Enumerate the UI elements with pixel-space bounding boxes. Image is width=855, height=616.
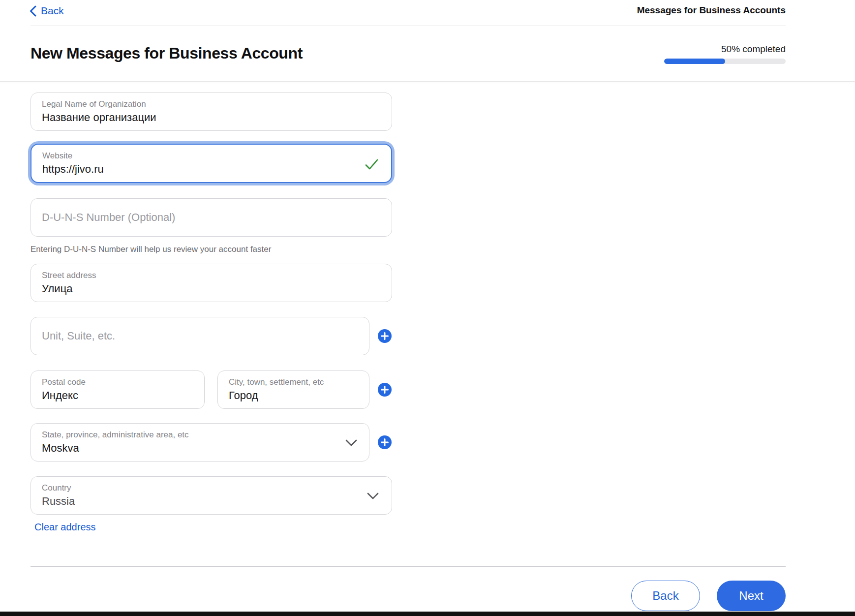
unit-row (31, 317, 392, 355)
duns-helper-text: Entering D-U-N-S Number will help us rev… (31, 245, 392, 254)
website-label: Website (42, 151, 381, 161)
plus-circle-icon (378, 443, 392, 451)
street-address-input[interactable] (42, 282, 355, 296)
city-input[interactable] (229, 389, 349, 402)
legal-name-input[interactable] (42, 111, 355, 124)
postal-city-row: Postal code City, town, settlement, etc (31, 370, 392, 409)
progress-label: 50% completed (721, 44, 786, 55)
legal-name-field[interactable]: Legal Name of Organization (31, 92, 392, 131)
header-divider (0, 81, 855, 82)
country-label: Country (42, 483, 382, 493)
duns-input[interactable] (42, 211, 355, 224)
chevron-down-icon (345, 439, 357, 446)
topbar-title: Messages for Business Accounts (637, 5, 786, 16)
postal-code-input[interactable] (42, 389, 182, 402)
state-row: State, province, administrative area, et… (31, 423, 392, 462)
postal-code-field[interactable]: Postal code (31, 370, 205, 409)
add-unit-button[interactable] (378, 329, 392, 343)
city-field[interactable]: City, town, settlement, etc (217, 370, 369, 409)
topbar-divider (31, 26, 786, 26)
city-label: City, town, settlement, etc (229, 377, 359, 387)
plus-circle-icon (378, 391, 392, 398)
back-link-label: Back (41, 5, 64, 17)
state-select[interactable]: State, province, administrative area, et… (31, 423, 369, 462)
country-input[interactable] (42, 494, 355, 508)
state-label: State, province, administrative area, et… (42, 430, 359, 440)
progress-bar-fill (664, 59, 725, 64)
add-state-button[interactable] (378, 435, 392, 449)
back-link[interactable]: Back (30, 5, 64, 17)
street-address-field[interactable]: Street address (31, 264, 392, 302)
checkmark-icon (365, 159, 378, 170)
duns-field[interactable] (31, 198, 392, 237)
footer-divider (31, 566, 786, 567)
back-button[interactable]: Back (631, 581, 700, 611)
next-button[interactable]: Next (717, 581, 786, 611)
unit-input[interactable] (42, 329, 334, 343)
website-field[interactable]: Website (31, 144, 392, 183)
legal-name-label: Legal Name of Organization (42, 99, 382, 109)
business-account-form: Legal Name of Organization Website Enter… (31, 92, 392, 533)
add-city-button[interactable] (378, 383, 392, 397)
plus-circle-icon (378, 337, 392, 344)
state-input[interactable] (42, 441, 334, 455)
postal-code-label: Postal code (42, 377, 194, 387)
website-input[interactable] (42, 162, 354, 176)
page-heading: New Messages for Business Account (31, 44, 303, 62)
progress-bar (664, 59, 786, 64)
bottom-edge-bar (0, 612, 855, 616)
street-address-label: Street address (42, 271, 382, 280)
unit-field[interactable] (31, 317, 369, 355)
chevron-down-icon (367, 493, 379, 499)
chevron-left-icon (30, 5, 36, 17)
country-select[interactable]: Country (31, 476, 392, 515)
clear-address-link[interactable]: Clear address (34, 522, 96, 533)
